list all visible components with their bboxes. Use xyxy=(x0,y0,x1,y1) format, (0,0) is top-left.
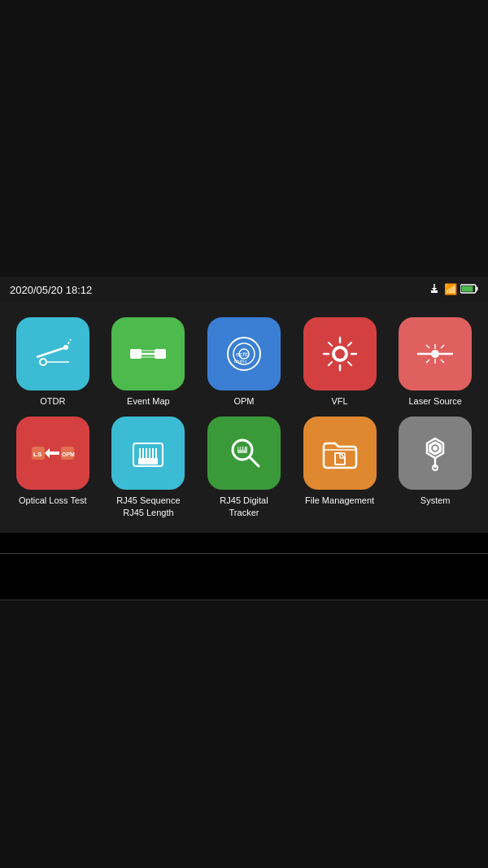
optical-loss-label: Optical Loss Test xyxy=(19,495,87,506)
svg-line-38 xyxy=(441,360,444,363)
svg-rect-13 xyxy=(155,349,166,359)
svg-point-23 xyxy=(335,349,345,359)
svg-rect-12 xyxy=(130,349,142,359)
status-icons: 📶 xyxy=(428,282,478,298)
vfl-label: VFL xyxy=(332,395,348,407)
svg-point-65 xyxy=(433,446,438,451)
svg-line-40 xyxy=(426,360,429,363)
rj45-tracker-icon xyxy=(207,417,281,490)
otdr-label: OTDR xyxy=(40,395,65,407)
opm-icon: ecfit dhjihc xyxy=(207,317,281,390)
svg-line-37 xyxy=(426,345,429,348)
app-item-rj45-tracker[interactable]: RJ45 Digital Tracker xyxy=(199,417,289,518)
svg-text:ecfit: ecfit xyxy=(236,351,248,358)
battery-icon xyxy=(460,284,478,296)
svg-line-29 xyxy=(348,362,351,365)
svg-text:OPM: OPM xyxy=(62,451,75,457)
svg-point-32 xyxy=(431,350,439,358)
app-item-system[interactable]: System xyxy=(390,417,480,518)
app-item-optical-loss[interactable]: LS OPM Optical Loss Test xyxy=(8,417,98,518)
system-label: System xyxy=(420,495,451,506)
opm-label: OPM xyxy=(233,395,254,407)
laser-source-label: Laser Source xyxy=(408,395,461,407)
svg-point-10 xyxy=(40,359,46,365)
svg-line-30 xyxy=(348,342,351,346)
file-mgmt-icon xyxy=(303,417,377,490)
file-mgmt-label: File Management xyxy=(305,495,374,506)
top-area xyxy=(0,0,488,277)
rj45-sequence-label: RJ45 Sequence RJ45 Length xyxy=(111,495,185,518)
app-item-file-mgmt[interactable]: File Management xyxy=(295,417,385,518)
svg-point-9 xyxy=(63,345,68,350)
vfl-icon xyxy=(303,317,377,390)
rj45-sequence-icon xyxy=(111,417,185,490)
svg-marker-1 xyxy=(432,288,437,290)
svg-line-39 xyxy=(441,345,444,348)
laser-source-icon xyxy=(399,317,472,390)
app-item-opm[interactable]: ecfit dhjihc OPM xyxy=(199,317,289,407)
svg-line-31 xyxy=(329,362,332,365)
svg-text:dhjihc: dhjihc xyxy=(234,359,247,364)
svg-line-54 xyxy=(250,457,259,466)
datetime-display: 2020/05/20 18:12 xyxy=(10,284,92,296)
app-item-rj45-sequence[interactable]: RJ45 Sequence RJ45 Length xyxy=(104,417,194,518)
otdr-icon xyxy=(16,317,89,390)
divider xyxy=(0,553,488,554)
bottom-area xyxy=(0,600,488,868)
app-item-otdr[interactable]: OTDR xyxy=(8,317,98,407)
svg-line-7 xyxy=(37,347,66,357)
event-map-icon xyxy=(111,317,185,390)
app-area: OTDR Event Map e xyxy=(0,303,488,533)
usb-icon xyxy=(428,282,441,298)
svg-text:📶: 📶 xyxy=(444,282,457,295)
app-grid: OTDR Event Map e xyxy=(8,317,480,518)
app-item-event-map[interactable]: Event Map xyxy=(104,317,194,407)
optical-loss-icon: LS OPM xyxy=(16,417,89,490)
svg-text:LS: LS xyxy=(33,451,42,458)
svg-rect-46 xyxy=(138,458,158,465)
rj45-tracker-label: RJ45 Digital Tracker xyxy=(207,495,281,518)
svg-rect-5 xyxy=(476,286,478,290)
event-map-label: Event Map xyxy=(127,395,170,407)
system-icon xyxy=(399,417,472,490)
svg-rect-2 xyxy=(431,290,438,292)
status-bar: 2020/05/20 18:12 📶 xyxy=(0,277,488,303)
app-item-laser-source[interactable]: Laser Source xyxy=(390,317,480,407)
signal-icon: 📶 xyxy=(444,282,457,298)
app-item-vfl[interactable]: VFL xyxy=(295,317,385,407)
svg-rect-6 xyxy=(462,286,473,291)
svg-line-28 xyxy=(329,342,332,346)
